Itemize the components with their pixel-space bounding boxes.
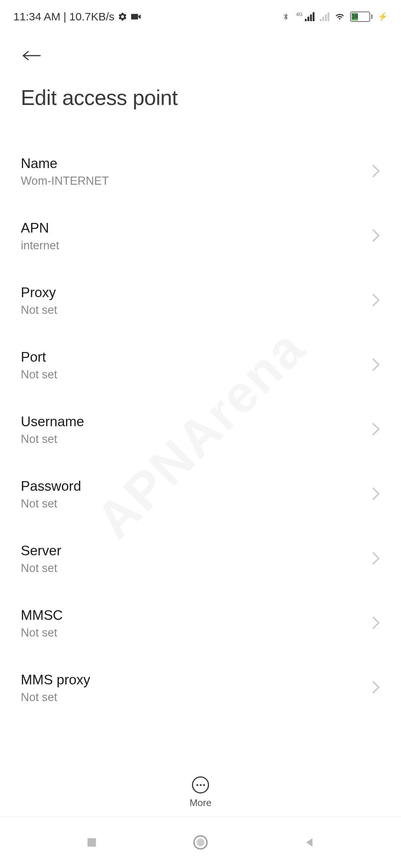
setting-server[interactable]: Server Not set [21, 527, 380, 591]
svg-marker-4 [306, 838, 313, 846]
setting-port[interactable]: Port Not set [21, 333, 380, 398]
bluetooth-icon [281, 11, 291, 22]
wifi-icon [335, 11, 345, 22]
chevron-right-icon [371, 680, 380, 696]
chevron-right-icon [371, 357, 380, 374]
setting-label: Server [21, 543, 61, 559]
svg-rect-1 [87, 838, 96, 846]
setting-value: Not set [21, 497, 81, 510]
status-time: 11:34 AM [13, 10, 61, 23]
chevron-right-icon [371, 615, 380, 632]
setting-value: Not set [21, 433, 84, 446]
chevron-right-icon [371, 422, 380, 438]
setting-mmsc[interactable]: MMSC Not set [21, 591, 380, 656]
svg-point-3 [196, 838, 204, 846]
setting-label: Username [21, 414, 84, 430]
back-button[interactable] [21, 45, 43, 67]
bottom-toolbar: More [0, 769, 401, 816]
chevron-right-icon [371, 551, 380, 567]
setting-password[interactable]: Password Not set [21, 462, 380, 527]
setting-label: Password [21, 479, 81, 494]
header: Edit access point [0, 33, 401, 117]
nav-bar [0, 816, 401, 868]
setting-apn[interactable]: APN internet [21, 204, 380, 269]
nav-home-button[interactable] [186, 828, 215, 857]
chevron-right-icon [371, 293, 380, 309]
signal-bars-sim1-icon [305, 12, 314, 21]
battery-level: 38 [352, 13, 358, 20]
setting-label: Port [21, 349, 57, 365]
more-icon [192, 776, 209, 793]
setting-label: MMS proxy [21, 672, 90, 688]
status-right: 4G 38 ⚡ [281, 11, 388, 22]
status-speed: 10.7KB/s [69, 10, 115, 23]
setting-value: Not set [21, 626, 63, 640]
setting-label: Proxy [21, 285, 57, 300]
setting-label: MMSC [21, 608, 63, 623]
setting-label: APN [21, 220, 59, 236]
page-title: Edit access point [21, 85, 380, 110]
chevron-right-icon [371, 486, 380, 503]
setting-value: Not set [21, 691, 90, 704]
camera-icon [131, 11, 141, 22]
more-label: More [189, 797, 211, 809]
charging-icon: ⚡ [378, 12, 388, 22]
setting-username[interactable]: Username Not set [21, 398, 380, 462]
status-bar: 11:34 AM | 10.7KB/s 4G 38 ⚡ [0, 0, 401, 33]
gear-icon [117, 11, 128, 22]
status-left: 11:34 AM | 10.7KB/s [13, 10, 141, 23]
more-button[interactable]: More [189, 776, 211, 809]
settings-list: Name Wom-INTERNET APN internet Proxy Not… [0, 117, 401, 720]
setting-value: Wom-INTERNET [21, 174, 109, 188]
setting-value: Not set [21, 303, 57, 317]
setting-mms-proxy[interactable]: MMS proxy Not set [21, 656, 380, 720]
setting-name[interactable]: Name Wom-INTERNET [21, 139, 380, 204]
setting-value: Not set [21, 368, 57, 381]
battery-icon: 38 [350, 11, 372, 22]
setting-value: internet [21, 239, 59, 252]
setting-proxy[interactable]: Proxy Not set [21, 269, 380, 333]
status-separator: | [63, 10, 66, 23]
setting-value: Not set [21, 562, 61, 575]
signal-bars-sim2-icon [320, 12, 329, 21]
nav-back-button[interactable] [294, 828, 324, 857]
chevron-right-icon [371, 164, 380, 180]
chevron-right-icon [371, 228, 380, 244]
setting-label: Name [21, 156, 109, 171]
network-type-label: 4G [296, 11, 303, 17]
nav-recent-button[interactable] [77, 828, 107, 857]
